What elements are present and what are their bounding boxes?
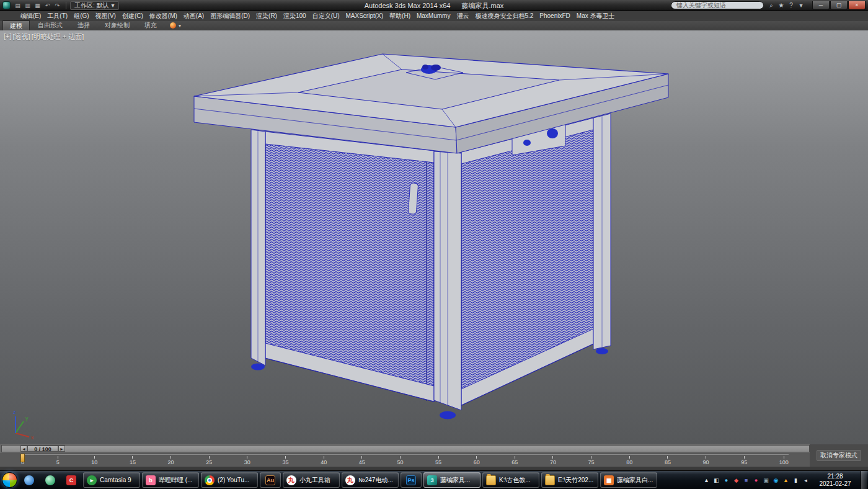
- workspace-selector[interactable]: 工作区: 默认 ▾: [70, 1, 119, 10]
- taskbar-button-no247-tool[interactable]: 丸№247电动...: [342, 472, 399, 488]
- taskbar-button-folder-guse[interactable]: K:\古色教...: [482, 472, 539, 488]
- menu-item-9[interactable]: 渲染100: [280, 11, 309, 20]
- ribbon-flyout-caret-icon[interactable]: ▾: [179, 23, 181, 29]
- timeline-tick-15: 15: [130, 456, 136, 465]
- redo-icon[interactable]: ↷: [53, 1, 62, 10]
- start-button[interactable]: [2, 472, 17, 488]
- tray-icon-2[interactable]: ●: [722, 477, 730, 483]
- tray-icon-8[interactable]: ▲: [782, 477, 790, 483]
- window-controls: ─ ▢ ×: [812, 1, 866, 10]
- ribbon-tab-1[interactable]: 自由形式: [31, 20, 69, 30]
- taskbar-button-xiaowan-toolbox[interactable]: 丸小丸工具箱: [283, 472, 340, 488]
- table-foot-right: [596, 348, 608, 354]
- tick-label: 65: [512, 459, 518, 465]
- taskbar-button-3dsmax-doc[interactable]: 3藤编家具...: [423, 472, 480, 488]
- menu-item-15[interactable]: 极速瘦身安全归档5.2: [472, 11, 536, 20]
- taskbar-button-label: (2) YouTu...: [218, 477, 249, 483]
- new-file-icon[interactable]: ▤: [13, 1, 22, 10]
- taskbar-button-folder-tianzhu[interactable]: E:\天竹202...: [541, 472, 598, 488]
- menu-item-0[interactable]: 编辑(E): [17, 11, 44, 20]
- tray-icon-4[interactable]: ■: [742, 477, 750, 483]
- current-frame-display[interactable]: 0 / 100: [27, 446, 58, 452]
- viewport-menu-view[interactable]: [透视]: [13, 32, 30, 42]
- menu-item-14[interactable]: 灌云: [453, 11, 472, 20]
- folder-tianzhu-icon: [545, 475, 555, 485]
- undo-icon[interactable]: ↶: [43, 1, 52, 10]
- menu-item-2[interactable]: 组(G): [71, 11, 92, 20]
- search-icon[interactable]: ⌕: [767, 2, 776, 9]
- axis-z-label: z: [13, 409, 16, 415]
- taskbar-button-bilibili[interactable]: b哔哩哔哩 (...: [142, 472, 199, 488]
- favorites-star-icon[interactable]: ★: [777, 2, 786, 9]
- timeline-tick-65: 65: [512, 456, 518, 465]
- menu-item-5[interactable]: 修改器(M): [146, 11, 180, 20]
- document-title: 藤编家具.max: [461, 1, 503, 11]
- menu-item-7[interactable]: 图形编辑器(D): [207, 11, 253, 20]
- menu-item-16[interactable]: PhoenixFD: [536, 11, 573, 20]
- tick-label: 45: [359, 459, 365, 465]
- menu-bar: 编辑(E)工具(T)组(G)视图(V)创建(C)修改器(M)动画(A)图形编辑器…: [0, 11, 868, 20]
- frame-ruler: 0510152025303540455055606570758085909510…: [21, 454, 789, 465]
- ribbon-tab-2[interactable]: 选择: [71, 20, 97, 30]
- taskbar-messenger-button[interactable]: [40, 472, 60, 488]
- menu-item-11[interactable]: MAXScript(X): [343, 11, 387, 20]
- door-handle: [408, 183, 418, 215]
- menu-item-12[interactable]: 帮助(H): [386, 11, 414, 20]
- control-knob-large: [547, 128, 558, 138]
- maximize-button[interactable]: ▢: [830, 1, 848, 10]
- open-file-icon[interactable]: ▥: [23, 1, 32, 10]
- timeline-tick-70: 70: [550, 456, 556, 465]
- taskbar-button-camtasia[interactable]: ▸Camtasia 9: [83, 472, 140, 488]
- ribbon-tab-4[interactable]: 填充: [138, 20, 164, 30]
- menu-item-4[interactable]: 创建(C): [119, 11, 146, 20]
- taskbar-button-photoshop[interactable]: Ps: [401, 472, 422, 488]
- track-bar[interactable]: 0510152025303540455055606570758085909510…: [0, 453, 868, 467]
- tray-icon-5[interactable]: ●: [752, 477, 760, 483]
- network-icon[interactable]: ▮: [792, 477, 800, 483]
- show-desktop-button[interactable]: [861, 471, 867, 489]
- tray-icon-6[interactable]: ▣: [762, 477, 770, 483]
- tray-icon-7[interactable]: ◉: [772, 477, 780, 483]
- previous-frame-icon[interactable]: ◄: [20, 446, 27, 452]
- menu-item-6[interactable]: 动画(A): [180, 11, 207, 20]
- tray-icon-1[interactable]: ◧: [712, 477, 720, 483]
- time-marker[interactable]: [20, 454, 25, 462]
- dropdown-caret-icon[interactable]: ▾: [797, 2, 805, 9]
- menu-item-3[interactable]: 视图(V): [92, 11, 119, 20]
- taskbar-button-audition[interactable]: Au: [260, 472, 281, 488]
- time-slider-track[interactable]: ◄ 0 / 100 ►: [1, 445, 810, 452]
- viewport-menu-shading[interactable]: [明暗处理 + 边面]: [32, 32, 84, 42]
- menu-item-13[interactable]: MaxMummy: [414, 11, 453, 20]
- volume-icon[interactable]: ◂: [802, 477, 810, 483]
- next-frame-icon[interactable]: ►: [58, 446, 65, 452]
- wicker-table-model[interactable]: [194, 54, 668, 419]
- taskbar-recorder-button[interactable]: C: [61, 472, 81, 488]
- search-input[interactable]: [671, 1, 764, 9]
- ribbon-tool-icon[interactable]: [170, 22, 176, 29]
- 3dsmax-app-icon[interactable]: [2, 1, 11, 9]
- menu-item-10[interactable]: 自定义(U): [309, 11, 343, 20]
- timeline-tick-35: 35: [282, 456, 288, 465]
- taskbar-button-youtube-chrome[interactable]: (2) YouTu...: [201, 472, 258, 488]
- ribbon-tab-3[interactable]: 对象绘制: [98, 20, 136, 30]
- tray-icon-3[interactable]: ◆: [732, 477, 740, 483]
- ribbon-tab-0[interactable]: 建模: [2, 20, 30, 30]
- close-button[interactable]: ×: [848, 1, 866, 10]
- taskbar-browser-button[interactable]: [19, 472, 39, 488]
- taskbar-clock[interactable]: 21:28 2021-02-27: [815, 473, 856, 488]
- tray-overflow-icon[interactable]: ▲: [702, 477, 711, 483]
- cancel-expert-mode-button[interactable]: 取消专家模式: [817, 450, 861, 461]
- save-icon[interactable]: ▦: [33, 1, 42, 10]
- timeline-area: ◄ 0 / 100 ► 0510152025303540455055606570…: [0, 444, 868, 470]
- taskbar-button-photo-viewer[interactable]: ▦藤编家具白...: [600, 472, 657, 488]
- help-icon[interactable]: ?: [787, 2, 795, 9]
- menu-item-17[interactable]: Max 杀毒卫士: [574, 11, 618, 20]
- viewport-3d-scene[interactable]: x y z: [0, 30, 868, 444]
- minimize-button[interactable]: ─: [812, 1, 830, 10]
- perspective-viewport[interactable]: [+] [透视] [明暗处理 + 边面]: [0, 30, 868, 444]
- menu-item-8[interactable]: 渲染(R): [253, 11, 280, 20]
- menu-item-1[interactable]: 工具(T): [44, 11, 71, 20]
- time-slider-handle[interactable]: ◄ 0 / 100 ►: [20, 446, 65, 452]
- expert-mode-zone: 取消专家模式: [810, 444, 868, 467]
- viewport-menu-plus[interactable]: [+]: [4, 32, 12, 42]
